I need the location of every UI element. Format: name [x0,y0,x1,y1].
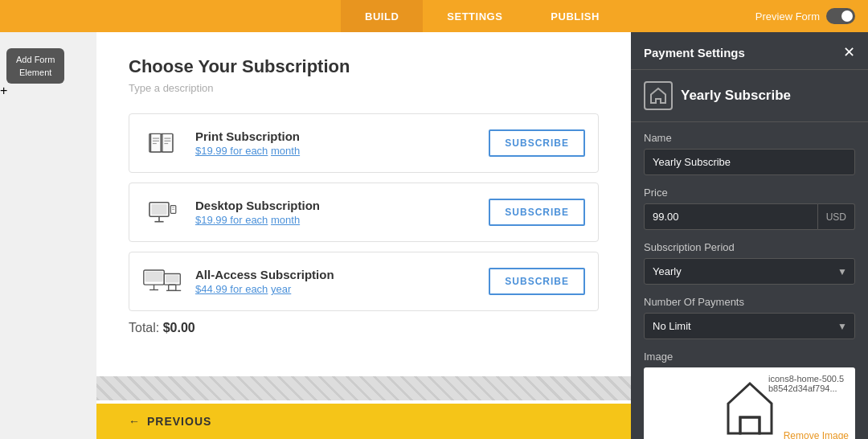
total-label: Total: [129,321,159,334]
total-row: Total: $0.00 [129,321,599,335]
subscription-item-print: Print Subscription $19.99 for each month… [129,113,599,173]
print-subscribe-button[interactable]: SUBSCRIBE [489,129,585,157]
form-title: Choose Your Subscription [129,56,599,77]
form-area: Choose Your Subscription Type a descript… [96,32,631,439]
plus-icon: + [0,84,64,98]
period-select-row: Yearly Monthly Weekly Daily ▼ [644,258,855,285]
price-input-row: USD [644,203,855,230]
total-value: $0.00 [163,321,195,334]
panel-title: Payment Settings [644,46,745,59]
print-subscription-price: $19.99 for each month [195,145,489,157]
print-period-link[interactable]: month [271,145,300,157]
svg-rect-13 [151,204,166,215]
allaccess-period-link[interactable]: year [271,283,291,295]
svg-rect-18 [145,271,163,281]
allaccess-subscription-name: All-Access Subscription [195,268,489,281]
print-subscription-info: Print Subscription $19.99 for each month [195,129,489,157]
subscription-item-desktop: Desktop Subscription $19.99 for each mon… [129,183,599,242]
payments-select-row: No Limit 1 2 3 6 12 ▼ [644,313,855,339]
period-field: Subscription Period Yearly Monthly Weekl… [644,241,855,285]
panel-header: Payment Settings ✕ [631,32,868,70]
svg-rect-25 [740,417,760,433]
svg-rect-22 [166,275,178,282]
add-form-label: Add Form [16,55,55,64]
left-sidebar: Add Form Element + [0,32,96,439]
nav-tab-build[interactable]: BUILD [341,0,423,32]
print-subscription-icon [142,127,182,159]
period-select[interactable]: Yearly Monthly Weekly Daily [644,258,855,285]
payments-field: Number Of Payments No Limit 1 2 3 6 12 ▼ [644,296,855,339]
nav-tab-publish[interactable]: PUBLISH [526,0,624,32]
preview-form-label: Preview Form [755,10,820,23]
name-input[interactable] [644,149,855,175]
add-form-element-button[interactable]: Add Form Element + [0,48,64,98]
allaccess-subscribe-button[interactable]: SUBSCRIBE [489,268,585,295]
desktop-subscription-icon [142,196,182,228]
form-description: Type a description [129,82,599,94]
top-navigation: BUILD SETTINGS PUBLISH Preview Form [0,0,868,32]
subscription-item-allaccess: All-Access Subscription $44.99 for each … [129,252,599,311]
desktop-period-link[interactable]: month [271,214,300,226]
svg-rect-6 [162,133,173,151]
previous-label: PREVIOUS [147,415,211,428]
svg-rect-1 [151,133,162,151]
print-subscription-name: Print Subscription [195,129,489,143]
allaccess-subscription-icon [142,265,182,297]
image-filename: icons8-home-500.5b8542d34af794... [768,374,849,393]
currency-label: USD [818,203,855,230]
previous-button-bar[interactable]: ← PREVIOUS [96,404,631,439]
name-label: Name [644,132,855,144]
image-field: Image icons8-home-500.5b8542d34af794... … [644,351,855,439]
panel-item-header: Yearly Subscribe [631,70,868,122]
prev-arrow-icon: ← [129,415,141,428]
price-input[interactable] [644,203,818,230]
name-field: Name [644,132,855,175]
svg-rect-23 [169,285,176,290]
panel-item-title: Yearly Subscribe [681,88,791,104]
main-wrapper: Add Form Element + Choose Your Subscript… [0,32,868,439]
period-label: Subscription Period [644,241,855,253]
preview-form-toggle-area: Preview Form [755,8,855,24]
allaccess-subscription-info: All-Access Subscription $44.99 for each … [195,268,489,295]
nav-tab-settings[interactable]: SETTINGS [423,0,526,32]
remove-image-button[interactable]: Remove Image [784,430,849,439]
desktop-subscription-info: Desktop Subscription $19.99 for each mon… [195,199,489,226]
desktop-subscription-name: Desktop Subscription [195,199,489,212]
image-preview-box: icons8-home-500.5b8542d34af794... Remove… [644,367,855,439]
add-form-sublabel: Element [19,68,51,77]
nav-tabs: BUILD SETTINGS PUBLISH [341,0,624,32]
close-panel-button[interactable]: ✕ [843,43,855,61]
allaccess-subscription-price: $44.99 for each year [195,283,489,295]
hatch-decoration [96,376,631,400]
desktop-subscription-price: $19.99 for each month [195,214,489,226]
payments-select[interactable]: No Limit 1 2 3 6 12 [644,313,855,339]
price-label: Price [644,187,855,199]
desktop-subscribe-button[interactable]: SUBSCRIBE [489,199,585,226]
payment-settings-panel: Payment Settings ✕ Yearly Subscribe Name… [631,32,868,439]
payments-label: Number Of Payments [644,296,855,308]
price-field: Price USD [644,187,855,230]
item-icon-box [644,81,673,110]
panel-body: Name Price USD Subscription Period Yearl… [631,122,868,439]
image-label: Image [644,351,855,363]
preview-form-toggle[interactable] [826,8,855,24]
